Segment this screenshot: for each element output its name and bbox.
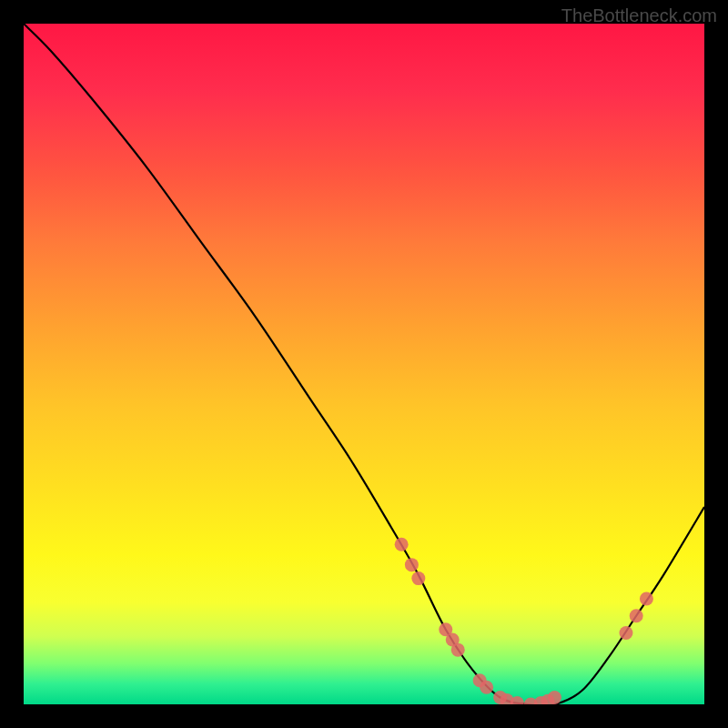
chart-marker (451, 643, 465, 657)
chart-main-curve (24, 24, 704, 704)
chart-marker (411, 571, 425, 585)
chart-marker (619, 626, 632, 640)
chart-plot-area (24, 24, 704, 704)
chart-marker (630, 609, 643, 622)
chart-marker (640, 592, 653, 606)
chart-marker (405, 558, 419, 571)
watermark-text: TheBottleneck.com (561, 5, 717, 26)
chart-markers-group (395, 538, 653, 704)
chart-curve-svg (24, 24, 704, 704)
chart-marker (548, 691, 561, 704)
chart-marker (395, 538, 409, 551)
chart-marker (480, 681, 493, 694)
